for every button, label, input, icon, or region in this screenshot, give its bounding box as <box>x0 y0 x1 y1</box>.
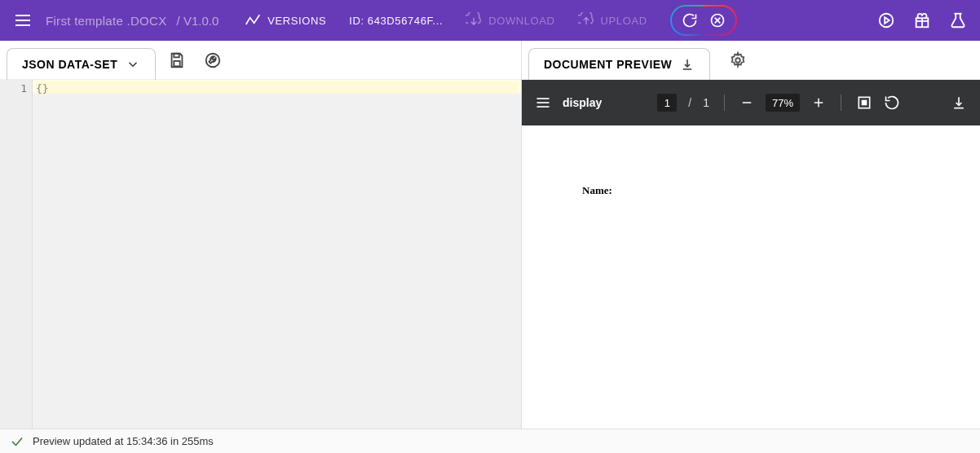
document-preview-label: DOCUMENT PREVIEW <box>544 58 672 71</box>
zoom-in-icon[interactable] <box>811 95 826 110</box>
pdf-title: display <box>563 96 602 109</box>
svg-marker-9 <box>885 17 890 23</box>
code-editor[interactable]: 1 {} <box>0 80 521 429</box>
save-icon[interactable] <box>162 46 192 75</box>
fit-page-icon[interactable] <box>856 95 872 111</box>
status-bar: Preview updated at 15:34:36 in 255ms <box>0 429 980 453</box>
versions-button[interactable]: VERSIONS <box>245 12 326 29</box>
download-button[interactable]: DOWNLOAD <box>466 12 554 29</box>
document-text-name: Name: <box>582 184 612 197</box>
versions-label: VERSIONS <box>267 15 326 27</box>
svg-point-19 <box>736 58 741 63</box>
document-preview-tab[interactable]: DOCUMENT PREVIEW <box>528 48 710 80</box>
template-version: / V1.0.0 <box>177 14 219 28</box>
rotate-icon[interactable] <box>884 95 900 111</box>
beaker-icon[interactable] <box>949 11 967 29</box>
download-label: DOWNLOAD <box>488 15 554 27</box>
svg-rect-15 <box>174 60 180 65</box>
chevron-down-icon <box>126 57 140 72</box>
left-panel-head: JSON DATA-SET <box>0 41 521 80</box>
svg-rect-27 <box>862 101 866 105</box>
pdf-toolbar: display 1 / 1 77% <box>522 80 980 125</box>
play-icon[interactable] <box>877 11 895 29</box>
document-canvas: Name: <box>522 125 980 429</box>
pdf-zoom-value[interactable]: 77% <box>766 94 800 112</box>
left-panel: JSON DATA-SET 1 {} <box>0 41 522 429</box>
toolbar-right-icons <box>877 11 967 29</box>
upload-label: UPLOAD <box>601 15 647 27</box>
code-body[interactable]: {} <box>33 80 521 429</box>
refresh-icon[interactable] <box>678 9 701 32</box>
hamburger-menu-icon[interactable] <box>13 11 33 30</box>
pdf-page-total: 1 <box>703 96 709 109</box>
pdf-page-input[interactable]: 1 <box>657 94 677 112</box>
template-id: ID: 643D56746F... <box>349 15 443 27</box>
main-content: JSON DATA-SET 1 {} DOCUMENT PREVIEW <box>0 41 980 429</box>
right-panel: DOCUMENT PREVIEW display 1 / 1 77% <box>522 41 980 429</box>
check-icon <box>10 434 24 449</box>
download-inline-icon[interactable] <box>680 57 695 72</box>
line-gutter: 1 <box>0 80 33 429</box>
json-dataset-label: JSON DATA-SET <box>22 58 117 71</box>
wrench-icon[interactable] <box>198 46 227 75</box>
gear-icon[interactable] <box>723 46 753 75</box>
cancel-icon[interactable] <box>706 9 729 32</box>
pdf-page-sep: / <box>688 96 691 109</box>
app-toolbar: First template .DOCX / V1.0.0 VERSIONS I… <box>0 0 980 41</box>
json-dataset-tab[interactable]: JSON DATA-SET <box>7 48 156 80</box>
upload-button[interactable]: UPLOAD <box>578 12 647 29</box>
right-panel-head: DOCUMENT PREVIEW <box>522 41 980 80</box>
svg-rect-14 <box>174 53 179 57</box>
line-number-1: 1 <box>0 82 27 95</box>
status-message: Preview updated at 15:34:36 in 255ms <box>33 435 214 447</box>
pdf-menu-icon[interactable] <box>535 95 551 111</box>
sync-pill <box>670 5 737 36</box>
gift-icon[interactable] <box>913 11 931 29</box>
pdf-download-icon[interactable] <box>951 95 967 111</box>
template-title: First template .DOCX <box>46 14 167 28</box>
zoom-out-icon[interactable] <box>739 95 754 110</box>
svg-point-8 <box>880 14 894 28</box>
